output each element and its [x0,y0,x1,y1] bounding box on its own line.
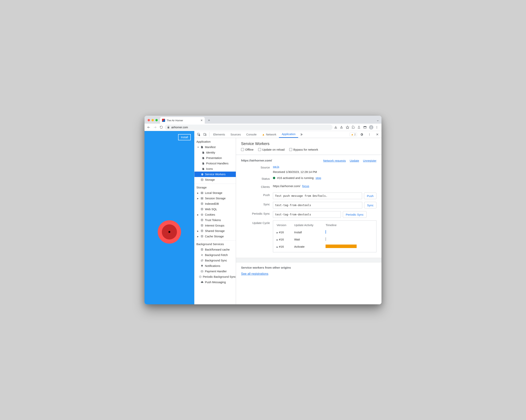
sidebar-item-indexeddb[interactable]: IndexedDB [194,201,236,206]
sidebar-item-service-workers[interactable]: Service Workers [194,172,236,177]
browser-tab[interactable]: The Air Horner ✕ [160,117,205,124]
tabs-overflow-icon[interactable] [376,119,379,122]
extensions-icon[interactable] [352,126,355,129]
minimize-window-icon[interactable] [152,119,154,121]
account-icon[interactable] [363,126,367,129]
sw-scope: https://airhorner.com/ [241,159,272,162]
database-icon [200,224,204,227]
address-bar[interactable]: airhorner.com [165,125,333,130]
database-icon [200,202,204,205]
timeline-bar-icon [325,244,357,248]
tab-network[interactable]: ▲ Network [259,131,279,138]
cycle-row-install[interactable]: ▶#16 Install [276,229,374,236]
sidebar-item-periodic-background-sync[interactable]: Periodic Background Sync [194,274,236,280]
profile-avatar-icon[interactable] [369,125,373,129]
labs-icon[interactable] [357,126,361,129]
issues-badge[interactable]: ▲ 2 [350,133,357,136]
link-stop[interactable]: stop [316,176,321,179]
close-tab-icon[interactable]: ✕ [201,119,203,122]
gear-icon [200,173,204,176]
svg-point-35 [201,219,203,220]
sidebar-item-push-messaging[interactable]: Push Messaging [194,280,236,285]
link-see-all-registrations[interactable]: See all registrations [241,272,268,275]
share-icon[interactable] [340,126,344,129]
tab-console[interactable]: Console [243,131,259,138]
tab-elements[interactable]: Elements [211,131,228,138]
sidebar-item-cookies[interactable]: ▶Cookies [194,212,236,217]
close-window-icon[interactable] [148,119,150,121]
sidebar-item-icons[interactable]: Icons [194,166,236,172]
svg-point-32 [202,214,202,215]
svg-point-29 [201,208,203,209]
sidebar-item-payment-handler[interactable]: Payment Handler [194,269,236,274]
svg-point-37 [201,230,203,231]
checkbox-update-on-reload[interactable]: Update on reload [258,148,284,151]
reload-button[interactable] [159,125,164,130]
svg-point-39 [201,248,203,249]
sidebar-item-shared-storage[interactable]: ▶Shared Storage [194,228,236,234]
new-tab-button[interactable]: + [206,118,212,123]
bell-icon [200,264,204,267]
sidebar-item-protocol-handlers[interactable]: Protocol Handlers [194,161,236,166]
cycle-row-wait[interactable]: ▶#16 Wait [276,236,374,243]
sidebar-item-storage[interactable]: Storage [194,177,236,182]
svg-marker-4 [346,126,349,129]
link-unregister[interactable]: Unregister [363,159,376,162]
tabs-overflow-icon[interactable] [298,131,304,138]
tab-sources[interactable]: Sources [228,131,243,138]
back-button[interactable] [146,125,152,130]
service-workers-pane: Service Workers Offline Update on reload… [236,138,382,304]
update-cycle-table: Version Update Activity Timeline ▶#16 In… [273,220,376,252]
sidebar-item-identity[interactable]: Identity [194,150,236,155]
close-devtools-icon[interactable] [374,133,380,136]
svg-point-15 [369,134,370,135]
application-sidebar: Application ▼ Manifest Identity Presenta… [194,138,236,304]
bookmark-star-icon[interactable] [346,126,350,129]
sync-input[interactable] [273,202,362,208]
install-button[interactable]: Install [178,134,191,140]
sidebar-item-background-fetch[interactable]: Background Fetch [194,252,236,258]
sidebar-item-websql[interactable]: Web SQL [194,206,236,212]
svg-rect-2 [335,128,337,128]
tab-application[interactable]: Application [279,131,298,138]
download-icon[interactable] [334,126,338,129]
sidebar-item-interest-groups[interactable]: Interest Groups [194,223,236,228]
checkbox-offline[interactable]: Offline [241,148,253,151]
sidebar-item-session-storage[interactable]: ▶Session Storage [194,196,236,201]
push-input[interactable] [273,193,362,199]
database-icon [200,248,204,251]
status-text: #16 activated and is running [277,176,314,179]
link-network-requests[interactable]: Network requests [323,159,346,162]
inspect-element-icon[interactable] [196,131,202,138]
settings-gear-icon[interactable] [359,133,365,136]
cycle-row-activate[interactable]: ▶#16 Activate [276,243,374,250]
sidebar-item-cache-storage[interactable]: ▶Cache Storage [194,234,236,239]
warning-icon: ▲ [262,133,265,136]
sidebar-item-trust-tokens[interactable]: Trust Tokens [194,217,236,223]
checkbox-bypass-for-network[interactable]: Bypass for network [289,148,318,151]
sidebar-item-presentation[interactable]: Presentation [194,155,236,161]
device-toolbar-icon[interactable] [202,131,208,138]
sidebar-item-background-sync[interactable]: Background Sync [194,258,236,263]
svg-point-8 [377,126,377,127]
svg-rect-13 [205,134,206,136]
sidebar-item-back-forward-cache[interactable]: Back/forward cache [194,247,236,252]
periodic-sync-input[interactable] [273,211,341,218]
svg-point-30 [201,214,203,216]
link-focus[interactable]: focus [302,184,309,188]
sidebar-item-notifications[interactable]: Notifications [194,263,236,269]
col-version: Version [276,223,293,229]
sidebar-item-manifest[interactable]: ▼ Manifest [194,144,236,150]
cloud-icon [200,281,204,283]
source-file-link[interactable]: sw.js [273,165,279,168]
periodic-sync-button[interactable]: Periodic Sync [343,211,366,218]
devtools-menu-icon[interactable] [366,133,373,136]
link-update[interactable]: Update [350,159,359,162]
push-button[interactable]: Push [364,193,376,199]
airhorn-button[interactable] [158,220,181,244]
forward-button[interactable] [152,125,158,130]
maximize-window-icon[interactable] [155,119,158,121]
chrome-menu-icon[interactable] [375,126,379,129]
sync-button[interactable]: Sync [364,202,376,208]
sidebar-item-local-storage[interactable]: ▶Local Storage [194,190,236,196]
